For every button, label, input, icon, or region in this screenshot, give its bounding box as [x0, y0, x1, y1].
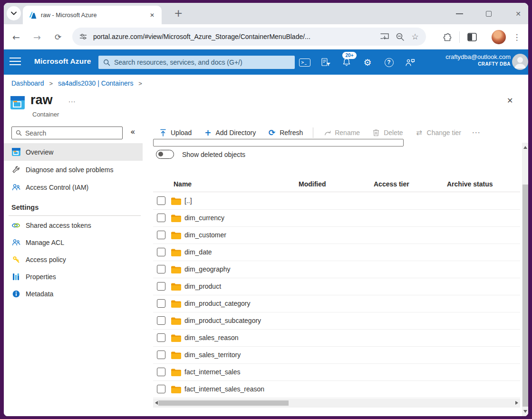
azure-brand[interactable]: Microsoft Azure	[34, 57, 91, 66]
forward-button[interactable]: →	[30, 30, 44, 44]
refresh-button[interactable]: ⟳ Refresh	[268, 128, 303, 137]
cloud-shell-icon[interactable]: >_	[299, 57, 311, 68]
table-row[interactable]: dim_sales_reason	[153, 330, 520, 347]
table-row[interactable]: dim_customer	[153, 227, 520, 244]
rename-button[interactable]: Rename	[323, 128, 360, 137]
row-checkbox[interactable]	[157, 385, 165, 393]
address-bar[interactable]: portal.azure.com/#view/Microsoft_Azure_S…	[72, 28, 426, 46]
new-tab-button[interactable]: +	[171, 7, 185, 19]
window-minimize-button[interactable]	[455, 10, 464, 18]
table-row[interactable]: fact_internet_sales	[153, 364, 520, 381]
directory-name[interactable]: dim_sales_reason	[184, 334, 239, 341]
window-close-button[interactable]: ✕	[514, 10, 522, 18]
row-checkbox[interactable]	[157, 282, 165, 291]
browser-profile-avatar[interactable]	[492, 30, 506, 44]
row-checkbox[interactable]	[157, 265, 165, 273]
extensions-icon[interactable]	[441, 31, 454, 43]
breadcrumb-containers[interactable]: sa4adls2030 | Containers	[58, 79, 134, 87]
directory-name[interactable]: dim_geography	[184, 265, 231, 273]
row-checkbox[interactable]	[157, 196, 165, 205]
row-checkbox[interactable]	[157, 351, 165, 359]
back-button[interactable]: ←	[10, 30, 23, 44]
install-app-icon[interactable]	[378, 30, 391, 43]
site-info-icon[interactable]	[79, 32, 87, 41]
directory-name[interactable]: dim_product_category	[184, 300, 251, 307]
account-avatar[interactable]	[512, 54, 528, 70]
portal-menu-icon[interactable]	[10, 58, 21, 68]
page-more-button[interactable]: ···	[68, 98, 76, 106]
sidebar-item-manage-acl[interactable]: Manage ACL	[4, 234, 143, 251]
help-icon[interactable]: ?	[383, 57, 395, 68]
scroll-right-arrow[interactable]	[515, 401, 518, 405]
table-row[interactable]: dim_geography	[153, 261, 520, 278]
row-checkbox[interactable]	[157, 214, 165, 222]
table-row[interactable]: [..]	[153, 193, 520, 210]
sidebar-collapse-button[interactable]: «	[130, 127, 135, 136]
vertical-scrollbar[interactable]	[522, 143, 528, 416]
directory-name[interactable]: [..]	[184, 197, 192, 205]
directory-name[interactable]: dim_date	[184, 248, 212, 256]
table-row[interactable]: dim_product	[153, 278, 520, 295]
sidebar-item-shared-access-tokens[interactable]: Shared access tokens	[4, 216, 143, 234]
table-row[interactable]: dim_date	[153, 244, 520, 261]
tab-search-button[interactable]	[7, 6, 21, 20]
table-row[interactable]: fact_internet_sales_reason	[153, 381, 520, 398]
directory-name[interactable]: dim_sales_territory	[184, 351, 241, 359]
column-header-name[interactable]: Name	[174, 180, 192, 188]
settings-gear-icon[interactable]: ⚙	[361, 57, 374, 68]
sidebar-item-access-policy[interactable]: Access policy	[4, 251, 143, 268]
scroll-down-arrow[interactable]	[523, 410, 527, 413]
directory-name[interactable]: fact_internet_sales	[184, 368, 241, 376]
directory-name[interactable]: dim_currency	[184, 214, 224, 222]
row-checkbox[interactable]	[157, 333, 165, 342]
directory-filter-icon[interactable]	[319, 57, 332, 68]
sidebar-item-metadata[interactable]: Metadata	[4, 285, 143, 302]
portal-search-input[interactable]: Search resources, services, and docs (G+…	[98, 56, 295, 69]
sidebar-item-access-control[interactable]: Access Control (IAM)	[4, 178, 143, 196]
scroll-up-arrow[interactable]	[523, 146, 527, 149]
column-header-modified[interactable]: Modified	[299, 180, 326, 188]
tab-close-icon[interactable]: ✕	[147, 11, 157, 19]
side-panel-icon[interactable]	[466, 31, 478, 43]
sidebar-search-input[interactable]: Search	[11, 127, 123, 139]
breadcrumb-dashboard[interactable]: Dashboard	[11, 79, 44, 87]
column-header-access-tier[interactable]: Access tier	[374, 180, 409, 188]
bookmark-star-icon[interactable]: ☆	[409, 30, 421, 43]
delete-button[interactable]: Delete	[372, 128, 403, 137]
prefix-filter-input[interactable]	[153, 139, 404, 146]
table-row[interactable]: dim_currency	[153, 210, 520, 227]
account-info[interactable]: craftydba@outlook.com CRAFTY DBA	[445, 53, 511, 67]
add-directory-button[interactable]: + Add Directory	[203, 128, 256, 137]
row-checkbox[interactable]	[157, 299, 165, 308]
blade-close-icon[interactable]: ✕	[507, 96, 513, 105]
row-checkbox[interactable]	[157, 316, 165, 325]
upload-button[interactable]: Upload	[159, 128, 192, 137]
sidebar-item-diagnose[interactable]: Diagnose and solve problems	[4, 161, 143, 178]
reload-button[interactable]: ⟳	[51, 30, 65, 44]
table-row[interactable]: dim_sales_territory	[153, 347, 520, 364]
table-row[interactable]: dim_product_subcategory	[153, 312, 520, 330]
horizontal-scrollbar-thumb[interactable]	[158, 400, 289, 406]
row-checkbox[interactable]	[157, 231, 165, 239]
directory-name[interactable]: dim_customer	[184, 231, 226, 239]
sidebar-item-properties[interactable]: Properties	[4, 268, 143, 285]
vertical-scrollbar-thumb[interactable]	[522, 185, 528, 407]
horizontal-scrollbar[interactable]	[153, 399, 520, 408]
directory-name[interactable]: dim_product	[184, 283, 221, 290]
active-tab[interactable]: raw - Microsoft Azure ✕	[23, 6, 162, 24]
feedback-icon[interactable]	[404, 57, 416, 68]
scroll-left-arrow[interactable]	[155, 401, 158, 405]
table-row[interactable]: dim_product_category	[153, 295, 520, 312]
column-header-archive-status[interactable]: Archive status	[447, 180, 493, 188]
change-tier-button[interactable]: ⇄ Change tier	[415, 128, 461, 137]
row-checkbox[interactable]	[157, 248, 165, 256]
show-deleted-toggle[interactable]	[156, 150, 174, 159]
window-maximize-button[interactable]	[484, 10, 493, 18]
toolbar-more-button[interactable]: ···	[472, 129, 481, 136]
sidebar-item-overview[interactable]: Overview	[4, 143, 143, 161]
directory-name[interactable]: dim_product_subcategory	[184, 317, 261, 324]
zoom-out-icon[interactable]	[394, 30, 406, 43]
directory-name[interactable]: fact_internet_sales_reason	[184, 385, 264, 393]
browser-menu-icon[interactable]: ⋮	[511, 31, 523, 43]
row-checkbox[interactable]	[157, 368, 165, 376]
